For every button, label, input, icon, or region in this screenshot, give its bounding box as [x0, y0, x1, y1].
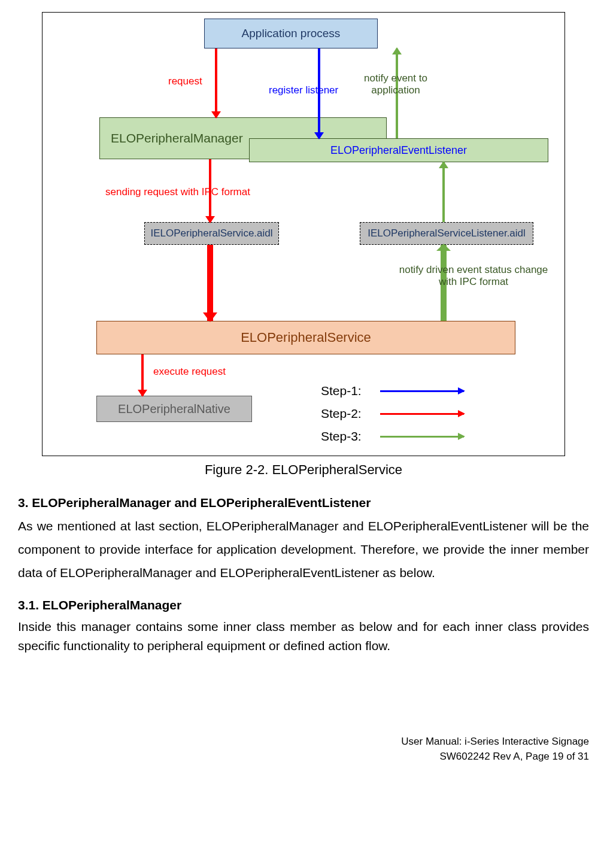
architecture-diagram: Application process ELOPeripheralManager…: [42, 12, 565, 456]
label-notify-event: notify event to application: [354, 72, 438, 97]
label-execute: execute request: [153, 366, 226, 378]
footer-line-1: User Manual: i-Series Interactive Signag…: [18, 734, 589, 749]
label-sending: sending request with IPC format: [105, 186, 250, 198]
legend-step-3-label: Step-3:: [321, 429, 366, 444]
arrow-execute-request: [141, 354, 144, 396]
heading-section-3-1: 3.1. ELOPeripheralManager: [18, 598, 589, 612]
legend-step-1-label: Step-1:: [321, 384, 366, 398]
page-footer: User Manual: i-Series Interactive Signag…: [18, 734, 589, 764]
box-application-process: Application process: [204, 19, 378, 48]
legend-step-1: Step-1:: [321, 384, 530, 398]
legend-line-blue: [380, 390, 464, 392]
footer-line-2: SW602242 Rev A, Page 19 of 31: [18, 749, 589, 764]
label-notify-driven: notify driven event status change with I…: [396, 264, 551, 289]
figure-caption: Figure 2-2. ELOPeripheralService: [18, 462, 589, 478]
legend-line-red: [380, 413, 464, 415]
heading-section-3: 3. ELOPeripheralManager and ELOPeriphera…: [18, 496, 589, 510]
diagram-legend: Step-1: Step-2: Step-3:: [321, 384, 530, 452]
paragraph-section-3-1: Inside this manager contains some inner …: [18, 617, 589, 656]
paragraph-section-3: As we mentioned at last section, ELOPeri…: [18, 515, 589, 585]
arrow-notify-driven-up: [442, 162, 445, 222]
label-request: request: [168, 75, 202, 87]
arrow-request: [215, 48, 217, 117]
label-register: register listener: [269, 84, 338, 96]
box-ielo-peripheral-service-listener-aidl: IELOPeripheralServiceListener.aidl: [360, 222, 533, 245]
arrow-ipc-down: [207, 245, 213, 321]
legend-step-2: Step-2:: [321, 406, 530, 421]
box-elo-peripheral-service: ELOPeripheralService: [96, 321, 515, 354]
legend-step-2-label: Step-2:: [321, 406, 366, 421]
box-ielo-peripheral-service-aidl: IELOPeripheralService.aidl: [144, 222, 279, 245]
legend-step-3: Step-3:: [321, 429, 530, 444]
box-elo-peripheral-event-listener: ELOPeripheralEventListener: [249, 138, 548, 162]
legend-line-green: [380, 436, 464, 438]
box-elo-peripheral-native: ELOPeripheralNative: [96, 396, 252, 422]
